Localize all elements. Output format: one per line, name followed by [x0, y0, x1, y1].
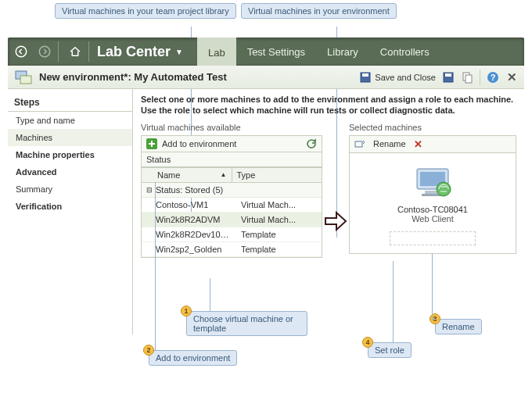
annotation-3: 3 Rename: [435, 319, 482, 334]
annotation-line: [393, 261, 394, 342]
rename-button[interactable]: Rename: [373, 139, 406, 148]
instruction-text: Select one or more machines to add to th…: [141, 94, 516, 116]
svg-point-1: [39, 46, 50, 57]
annotation-1: 1 Choose virtual machine or template: [186, 311, 307, 336]
rename-icon: [354, 138, 365, 149]
add-to-environment-button[interactable]: Add to environment: [162, 139, 236, 148]
annotation-line: [432, 253, 433, 319]
col-type[interactable]: Type: [232, 168, 322, 182]
available-toolbar: Add to environment: [141, 135, 322, 152]
help-icon[interactable]: ?: [487, 71, 499, 84]
annotation-line: [210, 278, 210, 311]
annotation-line: [432, 319, 437, 320]
annotation-2: 2 Add to environment: [149, 350, 237, 366]
svg-rect-12: [355, 141, 362, 147]
body: Steps Type and nameMachinesMachine prope…: [8, 89, 524, 334]
status-box: Status Name▲ Type ⊟Status: Stored (5) Co…: [141, 152, 322, 258]
callout-vm-library: Virtual machines in your team project li…: [55, 3, 236, 19]
computer-icon: [411, 166, 455, 200]
svg-text:?: ?: [491, 73, 496, 82]
home-icon[interactable]: [65, 41, 85, 62]
step-machine-properties[interactable]: Machine properties: [8, 146, 132, 163]
tab-controllers[interactable]: Controllers: [369, 38, 440, 66]
selected-vm-name: Contoso-TC08041: [358, 205, 508, 214]
table-row[interactable]: Contoso-VM1Virtual Mach...: [142, 198, 322, 213]
svg-rect-5: [362, 73, 368, 77]
table-row[interactable]: Win2k8R2ADVMVirtual Mach...: [142, 213, 322, 227]
tab-lab[interactable]: Lab: [197, 38, 236, 66]
environment-icon: [14, 68, 33, 87]
refresh-icon[interactable]: [306, 138, 317, 149]
selected-machines-panel: Selected machines Rename ✕ Contoso-TC080…: [349, 123, 516, 258]
tab-library[interactable]: Library: [316, 38, 369, 66]
svg-rect-3: [20, 76, 31, 84]
callout-vm-environment: Virtual machines in your environment: [241, 3, 397, 19]
save-and-close-button[interactable]: Save and Close: [359, 71, 436, 84]
toolbar-sep: [480, 70, 480, 85]
svg-point-0: [16, 46, 27, 57]
tab-test-settings[interactable]: Test Settings: [236, 38, 316, 66]
available-header: Virtual machines available: [141, 123, 322, 132]
nav-tabs: Lab Test Settings Library Controllers: [197, 38, 440, 66]
table-row[interactable]: Win2sp2_GoldenTemplate: [142, 242, 322, 257]
selected-header: Selected machines: [349, 123, 516, 132]
status-header[interactable]: Status: [142, 152, 322, 167]
titlebar: New environment*: My Automated Test Save…: [8, 66, 524, 89]
grid-header: Name▲ Type: [142, 168, 322, 183]
selected-toolbar: Rename ✕: [349, 135, 516, 153]
annotation-badge-4: 4: [362, 337, 373, 348]
nav-sep: [58, 41, 59, 62]
vm-grid: Name▲ Type ⊟Status: Stored (5) Contoso-V…: [142, 167, 322, 257]
annotation-badge-1: 1: [181, 306, 192, 317]
annotation-badge-2: 2: [143, 345, 154, 356]
step-advanced[interactable]: Advanced: [8, 163, 132, 181]
col-name[interactable]: Name▲: [142, 168, 232, 182]
available-machines-panel: Virtual machines available Add to enviro…: [141, 123, 322, 258]
close-icon[interactable]: ✕: [505, 71, 518, 84]
selected-area[interactable]: Contoso-TC08041 Web Client: [349, 153, 516, 254]
step-summary[interactable]: Summary: [8, 181, 132, 198]
copy-icon[interactable]: [461, 71, 473, 84]
step-verification[interactable]: Verification: [8, 198, 132, 215]
save-label: Save and Close: [375, 73, 436, 82]
svg-rect-9: [466, 75, 472, 83]
delete-button[interactable]: ✕: [414, 138, 422, 150]
steps-sidebar: Steps Type and nameMachinesMachine prope…: [8, 89, 133, 334]
grid-group[interactable]: ⊟Status: Stored (5): [142, 183, 322, 198]
nav-sep: [88, 41, 89, 62]
selected-vm-role: Web Client: [358, 214, 508, 224]
step-machines[interactable]: Machines: [8, 129, 132, 146]
forward-icon[interactable]: [34, 41, 55, 62]
save-icon: [359, 71, 372, 84]
add-icon: [146, 138, 157, 149]
arrow-icon: [322, 123, 349, 258]
role-dropzone[interactable]: [390, 231, 476, 245]
save-icon-2[interactable]: [442, 71, 455, 84]
title-dropdown-icon[interactable]: ▼: [175, 48, 183, 56]
back-icon[interactable]: [11, 41, 31, 62]
main-panel: Select one or more machines to add to th…: [133, 89, 524, 334]
page-title: New environment*: My Automated Test: [39, 71, 227, 83]
app-title: Lab Center: [97, 44, 171, 60]
table-row[interactable]: Win2k8R2Dev10SP1Template: [142, 227, 322, 242]
step-type-and-name[interactable]: Type and name: [8, 112, 132, 129]
annotation-line: [155, 182, 156, 351]
annotation-4: 4 Set role: [368, 342, 412, 358]
steps-header: Steps: [8, 94, 132, 112]
svg-rect-7: [445, 73, 451, 77]
navbar: Lab Center ▼ Lab Test Settings Library C…: [8, 38, 524, 66]
